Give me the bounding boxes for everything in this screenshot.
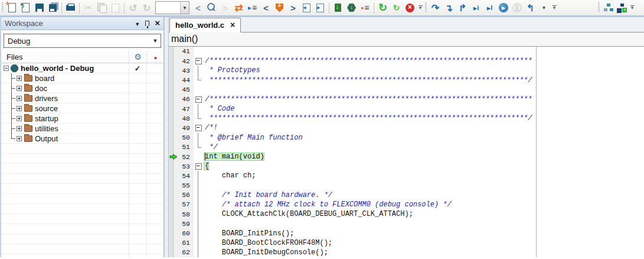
code-line[interactable]: 42/*************************************… (169, 56, 536, 66)
next-statement-icon[interactable] (469, 1, 483, 14)
tree-item-startup[interactable]: startup (1, 114, 164, 124)
save-icon[interactable] (32, 1, 46, 14)
toolbar-grip[interactable] (425, 2, 427, 13)
breakpoint-margin[interactable] (169, 190, 174, 200)
breakpoint-margin[interactable] (169, 219, 174, 228)
next-bookmark-icon[interactable] (286, 1, 300, 14)
reset-core-icon[interactable] (390, 1, 403, 14)
toolbar-overflow-icon[interactable] (629, 1, 636, 14)
toolbar-grip[interactable] (2, 2, 4, 13)
tree-item-Output[interactable]: Output (1, 134, 164, 144)
download-active-icon[interactable] (331, 1, 345, 14)
code-line[interactable]: 46/*************************************… (169, 95, 536, 104)
code-line[interactable]: 57 /* attach 12 MHz clock to FLEXCOMM0 (… (169, 200, 536, 209)
breakpoint-margin[interactable] (169, 171, 174, 180)
breakpoint-margin[interactable] (169, 47, 174, 56)
tree-item-doc[interactable]: doc (1, 83, 164, 93)
print-icon[interactable] (64, 1, 77, 14)
save-all-icon[interactable] (46, 1, 60, 14)
step-into-icon[interactable] (442, 1, 456, 14)
toolbar-overflow-icon[interactable] (551, 1, 558, 14)
expand-box-icon[interactable] (17, 106, 22, 111)
add-bookmark-icon[interactable] (273, 1, 286, 14)
blocks-add-icon[interactable] (615, 1, 629, 14)
breakpoint-margin[interactable] (169, 248, 174, 257)
tab-hello-world-c[interactable]: hello_world.c (169, 18, 241, 33)
find-icon[interactable] (205, 1, 218, 14)
code-line[interactable]: 51 */ (169, 143, 536, 152)
pin-icon[interactable] (145, 21, 149, 26)
breakpoint-margin[interactable] (169, 114, 174, 123)
chevron-down-icon[interactable]: ▼ (150, 34, 161, 47)
reset-icon[interactable] (376, 1, 390, 14)
code-line[interactable]: 61 BOARD_BootClockFROHF48M(); (169, 238, 536, 248)
code-line[interactable]: 47 * Code (169, 104, 536, 114)
expand-box-icon[interactable] (17, 116, 22, 121)
breakpoint-margin[interactable] (169, 238, 174, 248)
fold-collapse-icon[interactable] (194, 123, 204, 132)
toolbar-grip[interactable] (598, 2, 600, 13)
breakpoint-margin[interactable] (169, 133, 174, 143)
breakpoint-list-icon[interactable] (358, 1, 372, 14)
code-line[interactable]: 52int main(void) (169, 152, 536, 161)
step-over-icon[interactable] (429, 1, 442, 14)
nav-back-icon[interactable] (191, 1, 205, 14)
stop-debug-icon[interactable] (524, 1, 537, 14)
copy-icon[interactable] (95, 1, 109, 14)
page-forward-icon[interactable] (313, 1, 327, 14)
download-flash-icon[interactable] (345, 1, 358, 14)
code-line[interactable]: 56 /* Init board hardware. */ (169, 190, 536, 200)
cut-icon[interactable] (81, 1, 95, 14)
fold-collapse-icon[interactable] (194, 95, 204, 104)
tree-item-board[interactable]: board (1, 73, 164, 83)
expand-box-icon[interactable] (17, 86, 22, 91)
trace-swap-icon[interactable] (232, 1, 246, 14)
code-line[interactable]: 48 *************************************… (169, 114, 536, 123)
paste-icon[interactable] (109, 1, 122, 14)
breakpoint-margin[interactable] (169, 123, 174, 132)
breakpoint-margin[interactable] (169, 85, 174, 95)
new-document-icon[interactable] (5, 1, 19, 14)
nav-forward-icon[interactable] (218, 1, 232, 14)
code-line[interactable]: 49/*! (169, 123, 536, 132)
breakpoint-margin[interactable] (169, 104, 174, 114)
fold-collapse-icon[interactable] (194, 161, 204, 171)
quick-search-combo[interactable]: ▼ (155, 1, 189, 14)
dropdown-icon[interactable] (135, 19, 140, 28)
code-line[interactable]: 60 BOARD_InitPins(); (169, 228, 536, 238)
code-pane[interactable]: 4142/***********************************… (169, 47, 537, 257)
code-line[interactable]: 59 (169, 219, 536, 228)
tree-item-drivers[interactable]: drivers (1, 93, 164, 103)
code-line[interactable]: 41 (169, 47, 536, 56)
run-to-cursor-icon[interactable] (483, 1, 496, 14)
breakpoint-margin[interactable] (169, 95, 174, 104)
page-back-icon[interactable] (300, 1, 313, 14)
collapse-box-icon[interactable] (4, 66, 9, 71)
breakpoint-margin[interactable] (169, 200, 174, 209)
code-line[interactable]: 54 char ch; (169, 171, 536, 180)
gear-icon[interactable] (134, 52, 142, 61)
config-selector[interactable]: Debug ▼ (4, 34, 161, 48)
goto-list-icon[interactable] (246, 1, 259, 14)
breakpoint-margin[interactable] (169, 181, 174, 190)
code-line[interactable]: 53{ (169, 161, 536, 171)
go-icon[interactable] (496, 1, 510, 14)
code-line[interactable]: 43 * Prototypes (169, 66, 536, 75)
fold-collapse-icon[interactable] (194, 56, 204, 66)
tree-item-source[interactable]: source (1, 103, 164, 114)
breakpoint-margin[interactable] (169, 228, 174, 238)
prev-bookmark-icon[interactable] (259, 1, 273, 14)
breakpoint-margin[interactable] (169, 143, 174, 152)
redo-icon[interactable] (140, 1, 153, 14)
step-out-icon[interactable] (456, 1, 469, 14)
chevron-down-icon[interactable]: ▼ (180, 2, 189, 14)
breakpoint-margin[interactable] (169, 161, 174, 171)
breakpoint-margin[interactable] (169, 209, 174, 219)
blocks-icon[interactable] (601, 1, 615, 14)
function-context-bar[interactable]: main() (169, 33, 644, 47)
expand-box-icon[interactable] (17, 126, 22, 131)
panel-splitter[interactable] (164, 17, 169, 257)
code-line[interactable]: 62 BOARD_InitDebugConsole(); (169, 248, 536, 257)
tree-item-hello_world[interactable]: hello_world - Debug (1, 63, 164, 73)
undo-icon[interactable] (126, 1, 140, 14)
